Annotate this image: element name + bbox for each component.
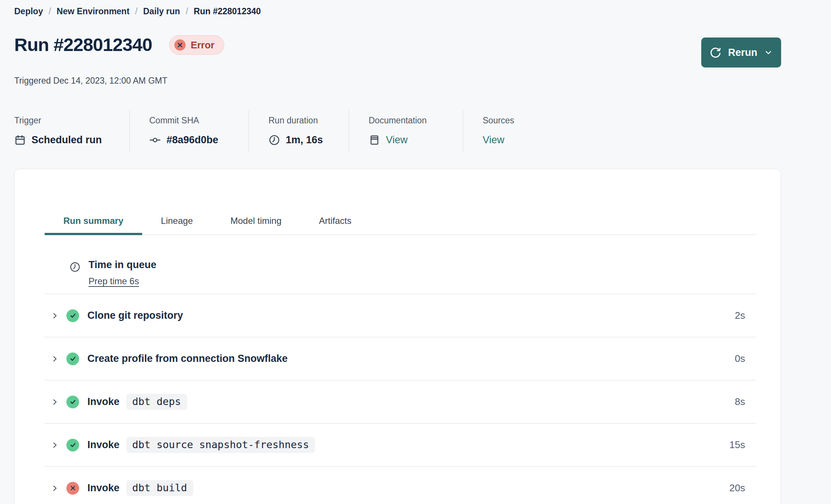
documentation-view-link[interactable]: View [386,133,408,147]
calendar-icon [14,134,26,146]
step-row-invoke-dbt-build[interactable]: Invoke dbt build 20s [45,467,756,504]
clock-icon [69,261,81,273]
meta-sources: Sources View [463,110,781,153]
tab-model-timing[interactable]: Model timing [212,209,300,235]
time-in-queue-section: Time in queue Prep time 6s [45,235,756,294]
step-row-create-profile[interactable]: Create profile from connection Snowflake… [45,338,756,381]
meta-label: Commit SHA [149,115,249,126]
success-check-icon [66,309,79,322]
step-duration: 20s [729,482,756,494]
triggered-timestamp: Triggered Dec 14, 2023, 12:00 AM GMT [14,75,781,86]
command-chip: dbt build [126,480,193,496]
breadcrumb-separator: / [49,5,51,17]
meta-documentation: Documentation View [349,110,463,153]
rerun-button[interactable]: Rerun [701,38,781,68]
tab-bar: Run summary Lineage Model timing Artifac… [45,169,756,235]
clock-icon [268,134,280,146]
step-title: Invoke [87,482,120,494]
tab-run-summary[interactable]: Run summary [45,209,142,235]
meta-trigger: Trigger Scheduled run [14,110,130,153]
breadcrumb-current-run: Run #228012340 [194,5,261,17]
step-duration: 15s [729,439,756,451]
breadcrumb: Deploy / New Environment / Daily run / R… [14,0,781,17]
meta-label: Sources [483,115,781,126]
step-title: Invoke [87,439,120,451]
breadcrumb-job[interactable]: Daily run [143,5,180,17]
breadcrumb-separator: / [135,5,137,17]
meta-value-text: #8a96d0be [166,133,218,147]
command-chip: dbt source snapshot-freshness [126,437,315,453]
breadcrumb-deploy[interactable]: Deploy [14,5,43,17]
page: Deploy / New Environment / Daily run / R… [0,0,831,504]
chevron-right-icon[interactable] [51,398,59,406]
meta-value-text: 1m, 16s [286,133,323,147]
breadcrumb-separator: / [186,5,188,17]
step-row-invoke-dbt-deps[interactable]: Invoke dbt deps 8s [45,381,756,424]
tab-artifacts[interactable]: Artifacts [300,209,370,235]
step-duration: 0s [735,353,756,364]
success-check-icon [66,352,79,365]
page-title: Run #228012340 [14,34,152,56]
run-detail-card: Run summary Lineage Model timing Artifac… [14,169,781,504]
meta-commit-sha: Commit SHA #8a96d0be [130,110,249,153]
time-in-queue-title: Time in queue [88,258,156,271]
chevron-down-icon [764,48,773,57]
step-row-clone-git-repository[interactable]: Clone git repository 2s [45,294,756,338]
command-chip: dbt deps [126,394,187,410]
meta-label: Trigger [14,115,129,126]
sources-view-link[interactable]: View [483,133,504,147]
step-title: Invoke [87,396,120,408]
meta-label: Run duration [268,115,349,126]
chevron-right-icon[interactable] [51,355,59,363]
document-icon [369,134,380,146]
step-row-invoke-dbt-source-snapshot-freshness[interactable]: Invoke dbt source snapshot-freshness 15s [45,424,756,467]
rerun-button-label: Rerun [728,47,757,58]
status-badge-label: Error [190,39,214,51]
error-x-icon [66,482,79,495]
run-meta-strip: Trigger Scheduled run Commit SHA [14,110,781,153]
step-duration: 8s [735,396,756,408]
chevron-right-icon[interactable] [51,441,59,449]
step-duration: 2s [735,310,756,321]
tab-lineage[interactable]: Lineage [142,209,212,235]
chevron-right-icon[interactable] [51,312,59,320]
step-title: Create profile from connection Snowflake [87,353,288,364]
success-check-icon [66,439,79,452]
status-badge: Error [169,35,224,55]
refresh-icon [709,46,722,59]
commit-icon [149,134,161,146]
meta-label: Documentation [369,115,463,126]
chevron-right-icon[interactable] [51,484,59,492]
success-check-icon [66,396,79,408]
meta-run-duration: Run duration 1m, 16s [249,110,349,153]
meta-value-text: Scheduled run [32,133,102,147]
title-row: Run #228012340 Error Rerun [14,34,781,68]
prep-time-link[interactable]: Prep time 6s [88,276,139,287]
error-x-icon [174,39,186,51]
step-title: Clone git repository [87,310,183,321]
breadcrumb-environment[interactable]: New Environment [57,5,129,17]
